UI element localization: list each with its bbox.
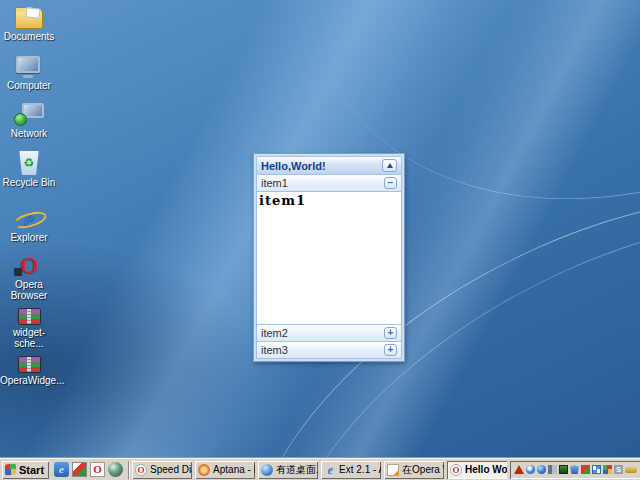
speaker-icon[interactable]	[548, 465, 557, 474]
opera-icon: O	[135, 464, 147, 476]
hello-world-window: Hello,World! item1 − item1 item2 + item3…	[253, 153, 405, 362]
taskbar-button-aptana[interactable]: Aptana - he...	[195, 461, 255, 479]
taskbar-button-label: Hello World!	[465, 464, 507, 475]
gray-s-icon[interactable]: S	[614, 465, 623, 474]
taskbar-button-speed-dial[interactable]: O Speed Dial -...	[132, 461, 192, 479]
taskbar-button-label: 在Opera Wi...	[402, 463, 444, 477]
panel-header-label: item3	[261, 344, 288, 356]
taskbar-button-hello-world[interactable]: O Hello World!	[447, 461, 507, 479]
window-titlebar[interactable]: Hello,World!	[256, 156, 402, 175]
shield-icon[interactable]	[570, 465, 579, 474]
desktop-icon-widget-archive[interactable]: widget-sche...	[0, 299, 58, 349]
network-icon	[0, 100, 58, 126]
desktop-icon-label: Documents	[0, 31, 58, 42]
red-green-app-icon[interactable]	[581, 465, 590, 474]
windows-logo-icon	[5, 464, 16, 476]
up-arrow-icon	[387, 163, 393, 168]
accordion-header-item1[interactable]: item1 −	[256, 175, 402, 192]
desktop-icon-label: Opera Browser	[0, 279, 58, 301]
youdao-icon	[261, 464, 273, 476]
desktop-icon-label: Network	[0, 128, 58, 139]
minus-icon: −	[388, 178, 394, 188]
opera-icon: O	[450, 464, 462, 476]
start-button-label: Start	[19, 464, 44, 476]
alert-triangle-icon[interactable]	[514, 465, 524, 474]
taskbar-button-ext21[interactable]: e Ext 2.1 - A...	[321, 461, 381, 479]
start-button[interactable]: Start	[2, 461, 49, 479]
system-tray: S 2:52 PM	[510, 461, 640, 479]
collapse-tool-button[interactable]	[382, 159, 397, 172]
desktop-icon-recycle-bin[interactable]: ♻ Recycle Bin	[0, 149, 58, 188]
window-title: Hello,World!	[261, 160, 326, 172]
accordion-header-item2[interactable]: item2 +	[256, 325, 402, 342]
search-globe-icon[interactable]	[526, 465, 535, 474]
desktop-icon-documents[interactable]: Documents	[0, 3, 58, 42]
taskbar-button-label: Aptana - he...	[213, 464, 255, 475]
desktop-icon-label: Recycle Bin	[0, 177, 58, 188]
colored-grid-icon[interactable]	[603, 465, 612, 474]
plus-icon: +	[388, 328, 394, 338]
internet-explorer-icon: e	[324, 464, 336, 476]
compose-page-icon	[387, 464, 399, 476]
quicklaunch-green-app-icon[interactable]	[108, 462, 123, 477]
desktop: Documents Computer Network ♻ Recycle Bin…	[0, 0, 640, 458]
rar-archive-icon	[0, 299, 58, 325]
accordion-body-item1: item1	[256, 192, 402, 325]
taskbar-button-opera-wi[interactable]: 在Opera Wi...	[384, 461, 444, 479]
blue-grid-icon[interactable]	[592, 465, 601, 474]
desktop-icon-explorer[interactable]: e Explorer	[0, 204, 58, 243]
panel-content-text: item1	[259, 193, 306, 208]
desktop-icon-label: widget-sche...	[0, 327, 58, 349]
quicklaunch-internet-explorer-icon[interactable]: e	[54, 462, 69, 477]
yellow-device-icon[interactable]	[625, 467, 637, 473]
desktop-icon-network[interactable]: Network	[0, 100, 58, 139]
taskbar-button-youdao[interactable]: 有道桌面...	[258, 461, 318, 479]
panel-header-label: item1	[261, 177, 288, 189]
internet-explorer-icon: e	[0, 204, 58, 230]
expand-plus-button[interactable]: +	[384, 327, 397, 339]
desktop-icon-label: OperaWidge...	[0, 375, 58, 386]
computer-icon	[0, 52, 58, 78]
taskbar-button-label: Ext 2.1 - A...	[339, 464, 381, 475]
recycle-bin-icon: ♻	[0, 149, 58, 175]
taskbar-separator	[128, 461, 130, 479]
quicklaunch-media-player-icon[interactable]	[72, 462, 87, 477]
documents-folder-icon	[0, 3, 58, 29]
panel-header-label: item2	[261, 327, 288, 339]
desktop-icon-label: Computer	[0, 80, 58, 91]
aptana-gear-icon	[198, 464, 210, 476]
taskbar: Start e O O Speed Dial -... Aptana - he.…	[0, 458, 640, 480]
desktop-icon-operawidget-archive[interactable]: OperaWidge...	[0, 347, 58, 386]
blue-globe-icon[interactable]	[537, 465, 546, 474]
quick-launch-bar: e O	[54, 462, 123, 477]
opera-icon: O	[0, 251, 58, 277]
collapse-minus-button[interactable]: −	[384, 177, 397, 189]
taskbar-button-label: 有道桌面...	[276, 463, 318, 477]
quicklaunch-opera-icon[interactable]: O	[90, 462, 105, 477]
plus-icon: +	[388, 345, 394, 355]
green-terminal-icon[interactable]	[559, 465, 568, 474]
desktop-icon-computer[interactable]: Computer	[0, 52, 58, 91]
accordion-header-item3[interactable]: item3 +	[256, 342, 402, 359]
desktop-icon-opera-browser[interactable]: O Opera Browser	[0, 251, 58, 301]
expand-plus-button[interactable]: +	[384, 344, 397, 356]
desktop-icon-label: Explorer	[0, 232, 58, 243]
taskbar-button-label: Speed Dial -...	[150, 464, 192, 475]
rar-archive-icon	[0, 347, 58, 373]
